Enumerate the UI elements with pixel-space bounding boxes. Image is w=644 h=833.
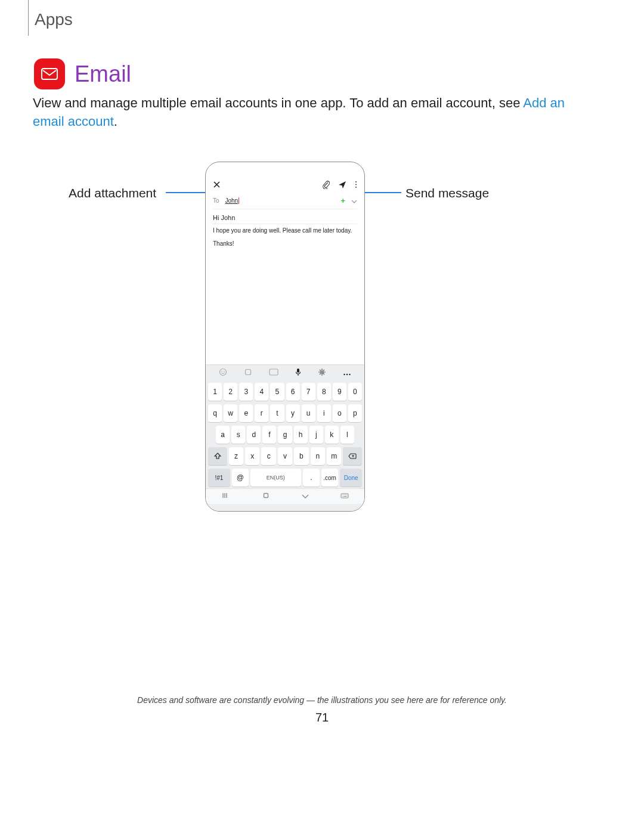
section-title: Apps xyxy=(35,10,73,29)
key-o[interactable]: o xyxy=(333,404,346,422)
svg-point-19 xyxy=(346,494,347,495)
svg-point-2 xyxy=(355,184,357,185)
key-x[interactable]: x xyxy=(245,447,259,465)
sticker-icon[interactable] xyxy=(244,368,252,378)
key-4[interactable]: 4 xyxy=(255,383,268,401)
key-p[interactable]: p xyxy=(348,404,362,422)
svg-rect-15 xyxy=(341,494,348,498)
keyboard-hide-icon[interactable] xyxy=(340,493,349,501)
key-b[interactable]: b xyxy=(294,447,308,465)
svg-point-16 xyxy=(342,494,342,495)
key-g[interactable]: g xyxy=(278,426,292,444)
key-r[interactable]: r xyxy=(255,404,268,422)
heading-row: Email xyxy=(34,58,131,89)
key-k[interactable]: k xyxy=(325,426,339,444)
settings-icon[interactable] xyxy=(318,368,326,378)
intro-text-1: View and manage multiple email accounts … xyxy=(33,95,523,110)
key-q[interactable]: q xyxy=(208,404,222,422)
svg-rect-21 xyxy=(343,496,346,497)
svg-point-20 xyxy=(342,496,342,496)
email-app-icon xyxy=(34,58,65,89)
status-bar xyxy=(206,162,364,176)
keyboard-row-numbers: 1 2 3 4 5 6 7 8 9 0 xyxy=(206,381,364,402)
close-icon[interactable] xyxy=(213,181,221,188)
key-5[interactable]: 5 xyxy=(270,383,284,401)
svg-rect-9 xyxy=(297,368,299,373)
emoji-icon[interactable] xyxy=(219,368,227,378)
attachment-icon[interactable] xyxy=(323,181,330,189)
shift-icon xyxy=(214,453,221,460)
more-icon[interactable] xyxy=(355,181,357,188)
key-h[interactable]: h xyxy=(294,426,308,444)
key-c[interactable]: c xyxy=(261,447,275,465)
key-9[interactable]: 9 xyxy=(333,383,346,401)
key-f[interactable]: f xyxy=(262,426,276,444)
key-z[interactable]: z xyxy=(229,447,243,465)
key-e[interactable]: e xyxy=(239,404,253,422)
keyboard-row-asdf: a s d f g h j k l xyxy=(206,424,364,445)
send-icon[interactable] xyxy=(338,181,346,189)
key-6[interactable]: 6 xyxy=(286,383,300,401)
key-y[interactable]: y xyxy=(286,404,300,422)
key-3[interactable]: 3 xyxy=(239,383,253,401)
key-8[interactable]: 8 xyxy=(317,383,331,401)
svg-rect-7 xyxy=(246,370,251,375)
dot-key[interactable]: . xyxy=(303,469,320,487)
svg-point-18 xyxy=(345,494,345,495)
email-body-line[interactable]: I hope you are doing well. Please call m… xyxy=(206,224,364,237)
key-s[interactable]: s xyxy=(231,426,245,444)
key-l[interactable]: l xyxy=(340,426,354,444)
key-j[interactable]: j xyxy=(309,426,323,444)
svg-rect-14 xyxy=(264,494,268,498)
svg-point-1 xyxy=(355,181,357,182)
gif-icon[interactable] xyxy=(269,368,278,377)
key-v[interactable]: v xyxy=(278,447,292,465)
recents-nav-icon[interactable] xyxy=(222,492,230,501)
key-t[interactable]: t xyxy=(270,404,284,422)
intro-paragraph: View and manage multiple email accounts … xyxy=(33,94,572,131)
key-1[interactable]: 1 xyxy=(208,383,222,401)
key-u[interactable]: u xyxy=(302,404,315,422)
more-keyboard-icon[interactable] xyxy=(343,368,351,377)
envelope-icon xyxy=(41,68,58,80)
android-nav-bar xyxy=(206,488,364,504)
key-0[interactable]: 0 xyxy=(348,383,362,401)
key-d[interactable]: d xyxy=(247,426,261,444)
email-body-line[interactable]: Thanks! xyxy=(206,237,364,250)
svg-rect-0 xyxy=(42,69,57,79)
to-recipient[interactable]: John xyxy=(225,197,240,204)
key-n[interactable]: n xyxy=(311,447,325,465)
keyboard-row-qwerty: q w e r t y u i o p xyxy=(206,402,364,424)
to-label: To xyxy=(213,197,219,204)
page-heading: Email xyxy=(75,61,131,87)
expand-recipients-icon[interactable] xyxy=(351,197,357,205)
key-i[interactable]: i xyxy=(317,404,331,422)
key-2[interactable]: 2 xyxy=(224,383,237,401)
backspace-icon xyxy=(348,453,357,459)
svg-point-5 xyxy=(221,371,222,372)
shift-key[interactable] xyxy=(208,447,227,465)
back-nav-icon[interactable] xyxy=(302,493,309,501)
svg-point-22 xyxy=(346,496,347,496)
key-7[interactable]: 7 xyxy=(302,383,315,401)
email-subject[interactable]: Hi John xyxy=(206,209,364,224)
home-nav-icon[interactable] xyxy=(262,491,270,501)
footer-note: Devices and software are constantly evol… xyxy=(0,695,644,705)
microphone-icon[interactable] xyxy=(295,368,301,378)
backspace-key[interactable] xyxy=(343,447,362,465)
symbols-key[interactable]: !#1 xyxy=(208,469,230,487)
key-w[interactable]: w xyxy=(224,404,237,422)
key-m[interactable]: m xyxy=(327,447,341,465)
space-key[interactable]: EN(US) xyxy=(250,469,301,487)
svg-point-13 xyxy=(349,374,350,375)
to-field-row: To John + xyxy=(206,193,364,209)
key-a[interactable]: a xyxy=(216,426,230,444)
done-key[interactable]: Done xyxy=(340,469,362,487)
at-key[interactable]: @ xyxy=(232,469,249,487)
keyboard-row-zxcv: z x c v b n m xyxy=(206,445,364,467)
svg-rect-8 xyxy=(270,369,278,375)
add-recipient-icon[interactable]: + xyxy=(340,196,345,205)
callout-add-attachment: Add attachment xyxy=(69,186,156,200)
keyboard-row-bottom: !#1 @ EN(US) . .com Done xyxy=(206,467,364,488)
dotcom-key[interactable]: .com xyxy=(321,469,338,487)
